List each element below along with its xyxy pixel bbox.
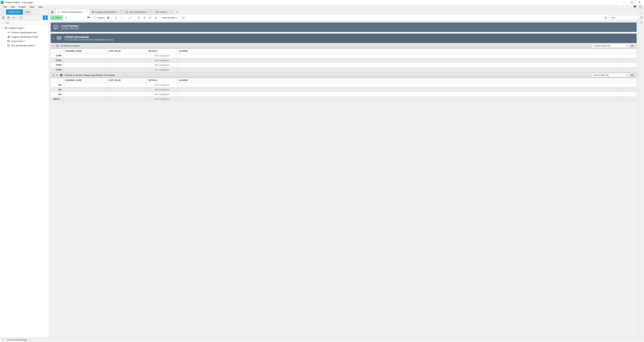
menu-view[interactable]: View [28,5,36,9]
module-name: NI 9242 (C Series Voltage Input Module, … [64,74,590,76]
menu-project[interactable]: Project [16,5,27,9]
module-menu-button[interactable]: ▾ [630,44,635,48]
menu-edit[interactable]: Edit [9,5,16,9]
caret-icon[interactable]: ▼ [56,74,58,76]
reset-button[interactable] [119,16,124,20]
minimize-button[interactable] [620,0,628,5]
sidebar-collapse-button[interactable]: « [0,10,6,14]
sidebar-filter-input[interactable] [5,22,48,24]
col-channel-name[interactable]: CHANNEL NAME [63,78,107,82]
col-alarms[interactable]: ALARMS [177,49,618,54]
remove-button[interactable] [113,16,118,20]
add-channels-button[interactable]: Add channels ▾ [161,16,178,20]
module-bar-counters[interactable]: ▼ 123 On-Board Counters Counter (100 Hz)… [51,43,636,49]
share-icon[interactable] [639,20,643,24]
table-row[interactable]: CTR1Not Configured [51,58,636,63]
svg-rect-1 [631,2,632,3]
rate-value: Counter (100 Hz) [594,44,610,47]
delete-item-button[interactable] [19,16,24,20]
svg-line-23 [8,32,10,33]
caret-icon[interactable]: ▾ [1,27,3,29]
wrench-icon[interactable] [639,16,643,20]
menu-file[interactable]: File [1,5,9,9]
close-icon[interactable]: × [150,10,152,12]
table-row[interactable]: CTR3Not Configured [51,68,636,72]
list-view-3-button[interactable] [148,16,152,20]
col-details[interactable]: DETAILS [147,78,177,82]
triggers-toggle[interactable]: Triggers [94,16,105,19]
add-item-button[interactable]: +▾ [11,16,17,20]
svg-point-26 [58,12,58,12]
table-row[interactable]: AI1Not Configured [51,87,636,92]
table-row[interactable]: CTR2Not Configured [51,63,636,68]
rate-select-ni9242[interactable]: Fast (1,000 Hz) [592,73,629,77]
collapse-all-button[interactable] [6,16,11,20]
home-tab[interactable] [49,10,56,14]
close-icon[interactable]: × [170,10,172,12]
list-view-1-button[interactable] [136,16,141,20]
tree-item[interactable]: Test Specification.flxtest * [0,43,49,48]
visibility-button[interactable] [603,16,608,20]
errors-warnings-button[interactable]: Errors and Warnings [5,338,30,342]
svg-rect-32 [66,17,67,19]
run-button[interactable]: RUN [50,16,63,20]
main-toolbar: RUN ----- Triggers [49,15,638,21]
tree-item[interactable]: Screen.flxscr * [0,39,49,43]
module-menu-button[interactable]: ▾ [630,73,635,77]
col-live-value[interactable]: LIVE VALUE [107,49,147,54]
list-view-2-button[interactable] [142,16,147,20]
right-expand-button[interactable]: » [639,10,643,14]
tree-root[interactable]: ▾ Untitled Project * [0,26,49,30]
statusbar-toggle[interactable] [0,338,5,342]
help-icon[interactable]: ? [638,5,643,9]
rate-select-counters[interactable]: Counter (100 Hz) [592,44,629,48]
configure-button[interactable]: ▾ [127,16,133,20]
col-live-value[interactable]: LIVE VALUE [107,78,147,82]
table-row[interactable]: AI0Not Configured [51,82,636,87]
table-row[interactable]: NEUT…Not Configured [51,97,636,102]
tab-test-spec[interactable]: Test Specification * × [124,10,154,14]
channel-filter-input[interactable] [610,16,639,19]
tree-item[interactable]: Logging Specification.flxcfg * [0,34,49,39]
col-details[interactable]: DETAILS [147,49,177,54]
close-icon[interactable]: × [120,10,122,12]
maximize-button[interactable] [628,0,636,5]
tab-logging-spec[interactable]: Logging Specification * × [90,10,124,14]
filter-toggle-button[interactable] [43,16,48,20]
comment-button[interactable] [86,16,91,20]
col-channel-name[interactable]: CHANNEL NAME [63,49,107,54]
feedback-icon[interactable] [632,5,637,9]
app-icon: F [1,1,4,4]
tree-item[interactable]: Channel Specification.flxio * [0,30,49,34]
tab-channel-spec[interactable]: Channel Specification * × [56,10,90,15]
tab-screen[interactable]: Screen * × [154,10,174,14]
menu-help[interactable]: Help [36,5,45,9]
table-row[interactable]: CTR0Not Configured [51,54,636,58]
tree-item-label: Test Specification.flxtest * [11,44,36,47]
caret-icon[interactable]: ▼ [52,45,54,47]
svg-line-27 [58,12,60,12]
refresh-button[interactable] [181,16,186,20]
module-bar-ni9242[interactable]: 1 ▼ ± NI 9242 (C Series Voltage Input Mo… [51,72,636,78]
sync-button[interactable] [153,16,158,20]
svg-point-45 [149,18,150,19]
channel-table-ni9242: CHANNEL NAME LIVE VALUE DETAILS ALARMS A… [51,78,636,102]
channel-filter[interactable]: ⊘ [609,16,637,20]
svg-point-13 [8,18,8,19]
tab-data[interactable]: Data [23,10,32,14]
triggers-checkbox[interactable] [94,16,96,19]
triggers-settings-button[interactable] [106,16,110,20]
channel-icon [58,11,60,14]
expand-all-button[interactable] [1,16,6,20]
system-header: Local System MXJUALT-08T7E67 [51,22,636,32]
device-header[interactable]: ▾ cDAQ2 (Simulated) NI cDAQ-9185 (4-Slot… [51,34,636,43]
col-alarms[interactable]: ALARMS [177,78,618,82]
tab-project-files[interactable]: Project Files [6,10,23,14]
table-row[interactable]: AI2Not Configured [51,92,636,97]
pause-button[interactable] [64,16,69,20]
caret-icon[interactable]: ▾ [53,37,54,40]
add-tab-button[interactable]: +▾ [174,10,180,14]
project-icon [4,26,8,30]
close-button[interactable] [636,0,643,5]
close-icon[interactable]: × [86,10,88,12]
